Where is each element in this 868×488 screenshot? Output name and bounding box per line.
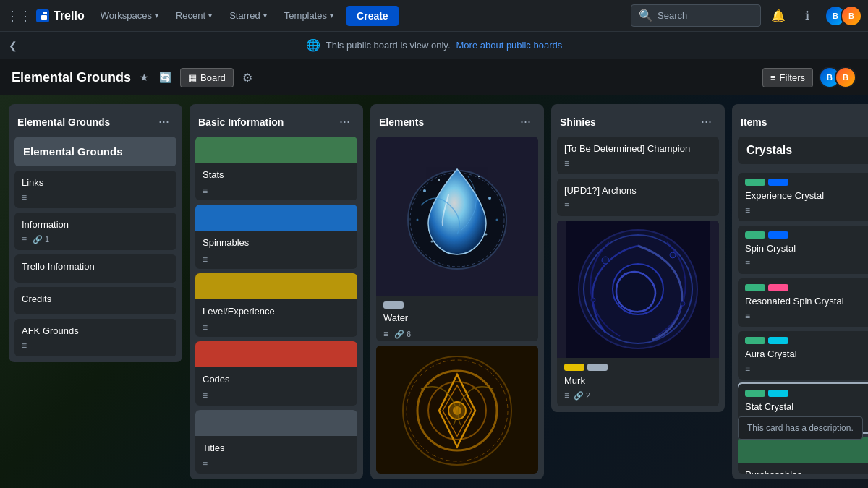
desc-icon: ≡ xyxy=(383,329,388,339)
water-drop-svg xyxy=(407,147,508,285)
card-footer: ≡ xyxy=(22,192,169,202)
chevron-left-icon[interactable]: ❮ xyxy=(9,40,17,51)
crystal-header xyxy=(745,284,868,291)
card-color-bar xyxy=(195,410,357,436)
card-experience-crystal[interactable]: Experience Crystal ≡ xyxy=(738,173,868,221)
recent-button[interactable]: Recent ▾ xyxy=(169,6,219,25)
card-resonated-spin-crystal[interactable]: Resonated Spin Crystal ≡ xyxy=(738,278,868,327)
board-title: Elemental Grounds xyxy=(12,70,131,85)
public-boards-link[interactable]: More about public boards xyxy=(456,40,563,51)
card-title: Experience Crystal xyxy=(745,190,868,201)
card-title: Spinnables xyxy=(203,236,350,249)
card-color-bar xyxy=(195,273,357,299)
card-title: Stats xyxy=(203,168,350,181)
card-title: Codes xyxy=(203,373,350,386)
crystal-header xyxy=(745,390,868,397)
board-visibility-button[interactable]: 🔄 xyxy=(156,69,174,86)
card-title: [To Be Determined] Champion xyxy=(564,142,712,155)
card-title: [UPD1?] Archons xyxy=(564,184,712,197)
card-footer: ≡ xyxy=(745,311,868,321)
card-stat-crystal[interactable]: Stat Crystal ≡ This card has a descripti… xyxy=(738,384,868,432)
board-header-right: ≡ Filters B B xyxy=(762,67,856,88)
chevron-down-icon: ▾ xyxy=(208,12,212,20)
card-earth[interactable] xyxy=(376,346,538,474)
card-title: Murk xyxy=(564,375,712,386)
info-button[interactable]: ℹ xyxy=(796,4,819,27)
card-aura-crystal[interactable]: Aura Crystal ≡ xyxy=(738,331,868,380)
card-footer: ≡ xyxy=(203,390,350,401)
board-avatar-secondary[interactable]: B xyxy=(835,67,856,88)
list-menu-button[interactable]: ··· xyxy=(154,113,174,131)
star-board-button[interactable]: ★ xyxy=(137,69,152,86)
card-afk-grounds[interactable]: AFK Grounds ≡ xyxy=(14,319,176,356)
list-menu-button[interactable]: ··· xyxy=(516,113,535,131)
card-title: Level/Experience xyxy=(203,305,350,318)
card-title: Stat Crystal xyxy=(745,401,868,412)
notifications-button[interactable]: 🔔 xyxy=(767,4,790,27)
card-links[interactable]: Links ≡ xyxy=(14,171,176,208)
grid-icon[interactable]: ⋮⋮ xyxy=(6,8,32,24)
earth-circle-svg xyxy=(399,353,515,468)
workspaces-button[interactable]: Workspaces ▾ xyxy=(93,6,166,25)
starred-button[interactable]: Starred ▾ xyxy=(222,6,274,25)
svg-point-6 xyxy=(438,179,440,181)
svg-point-15 xyxy=(453,406,461,415)
svg-point-8 xyxy=(417,219,419,221)
customize-button[interactable]: ⚙ xyxy=(239,68,255,87)
svg-point-22 xyxy=(681,301,685,306)
dot-green xyxy=(745,337,765,344)
card-water[interactable]: Water ≡ 🔗 6 xyxy=(376,137,538,341)
card-crystals-header[interactable]: Crystals xyxy=(738,137,868,164)
create-button[interactable]: Create xyxy=(346,6,399,26)
trello-wordmark: Trello xyxy=(54,9,85,22)
list-title-elements: Elements xyxy=(379,116,424,128)
list-cards-shinies: [To Be Determined] Champion ≡ [UPD1?] Ar… xyxy=(557,137,719,406)
card-body: Spinnables ≡ xyxy=(195,231,357,268)
card-footer: ≡ xyxy=(22,341,169,351)
card-archons[interactable]: [UPD1?] Archons ≡ xyxy=(557,179,719,216)
board-view-button[interactable]: ▦ Board xyxy=(180,68,234,87)
crystals-section-title: Crystals xyxy=(746,144,868,157)
card-level-experience[interactable]: Level/Experience ≡ xyxy=(195,273,357,337)
card-purchasables[interactable]: Purchasables xyxy=(738,437,868,474)
dot-teal xyxy=(768,390,788,397)
card-color-bar xyxy=(195,205,357,231)
card-spin-crystal[interactable]: Spin Crystal ≡ xyxy=(738,226,868,274)
card-information[interactable]: Information ≡ 🔗 1 xyxy=(14,213,176,250)
card-stats[interactable]: Stats ≡ xyxy=(195,137,357,200)
card-titles[interactable]: Titles ≡ xyxy=(195,410,357,474)
filters-button[interactable]: ≡ Filters xyxy=(762,68,813,87)
logo-area: ⋮⋮ Trello xyxy=(6,8,85,24)
card-elemental-grounds-main[interactable]: Elemental Grounds xyxy=(14,137,176,166)
card-tbd-champion[interactable]: [To Be Determined] Champion ≡ xyxy=(557,137,719,174)
card-spinnables[interactable]: Spinnables ≡ xyxy=(195,205,357,268)
svg-point-9 xyxy=(496,219,498,221)
search-input[interactable] xyxy=(658,10,753,21)
svg-point-19 xyxy=(602,257,609,264)
list-menu-button[interactable]: ··· xyxy=(697,113,716,131)
card-title: Purchasables xyxy=(745,468,868,474)
dot-green xyxy=(745,284,765,291)
card-credits[interactable]: Credits xyxy=(14,287,176,314)
card-codes[interactable]: Codes ≡ xyxy=(195,341,357,405)
desc-icon: ≡ xyxy=(745,311,750,321)
search-box[interactable]: 🔍 xyxy=(631,4,761,27)
card-footer: ≡ xyxy=(203,186,350,196)
avatar-secondary[interactable]: B xyxy=(841,5,862,27)
list-menu-button[interactable]: ··· xyxy=(335,113,354,131)
card-title: AFK Grounds xyxy=(22,325,169,338)
list-menu-button[interactable]: ··· xyxy=(863,113,868,131)
board-content: Elemental Grounds ··· Elemental Grounds … xyxy=(0,95,868,488)
list-cards-elemental-grounds: Elemental Grounds Links ≡ Information ≡ … xyxy=(14,137,176,356)
templates-button[interactable]: Templates ▾ xyxy=(277,6,341,25)
list-items: Items ··· Crystals Experience Crystal ≡ xyxy=(732,104,868,479)
crystal-header xyxy=(745,179,868,186)
nav-right-area: 🔍 🔔 ℹ B B xyxy=(631,4,862,27)
card-footer: ≡ 🔗 1 xyxy=(22,234,169,244)
globe-icon: 🌐 xyxy=(306,38,320,52)
card-trello-information[interactable]: Trello Information xyxy=(14,254,176,282)
card-murk[interactable]: Murk ≡ 🔗 2 xyxy=(557,221,719,406)
attach-count: 🔗 2 xyxy=(574,391,590,401)
dot-green xyxy=(745,390,765,397)
dot-pink xyxy=(768,284,788,291)
